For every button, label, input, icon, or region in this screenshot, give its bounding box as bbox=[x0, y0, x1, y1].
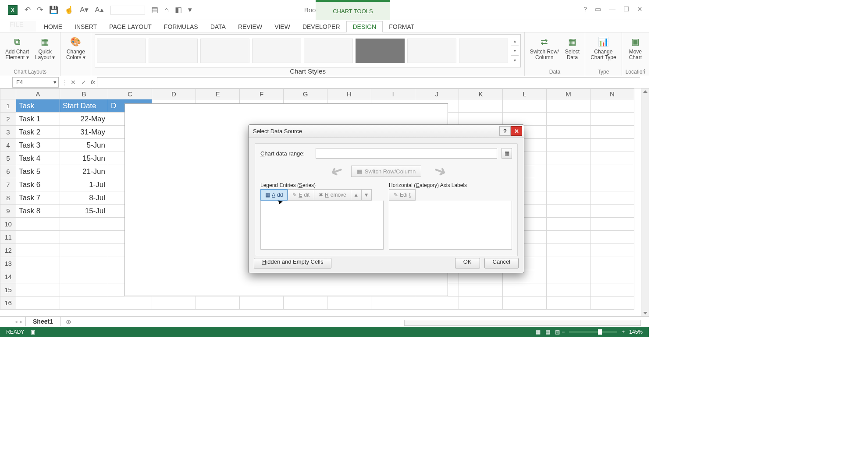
cell-M3[interactable] bbox=[547, 126, 591, 139]
change-chart-type-button[interactable]: 📊 Change Chart Type bbox=[589, 34, 618, 61]
row-header-15[interactable]: 15 bbox=[0, 283, 16, 297]
horizontal-scrollbar[interactable] bbox=[404, 320, 641, 326]
cell-A4[interactable]: Task 3 bbox=[16, 139, 60, 152]
select-data-button[interactable]: ▦ Select Data bbox=[563, 34, 581, 61]
cell-B7[interactable]: 1-Jul bbox=[60, 178, 108, 191]
chart-style-thumb[interactable] bbox=[459, 39, 508, 63]
cell-M6[interactable] bbox=[547, 165, 591, 178]
fx-icon[interactable]: fx bbox=[91, 79, 95, 85]
qat-customize-dropdown[interactable]: ▾ bbox=[188, 5, 192, 14]
cell-E16[interactable] bbox=[196, 297, 240, 310]
row-header-10[interactable]: 10 bbox=[0, 218, 16, 231]
add-chart-element-button[interactable]: ⧉ Add Chart Element ▾ bbox=[4, 34, 31, 61]
cell-N9[interactable] bbox=[591, 205, 634, 218]
cell-N10[interactable] bbox=[591, 218, 634, 231]
axis-labels-listbox[interactable] bbox=[389, 201, 512, 250]
tab-developer[interactable]: DEVELOPER bbox=[296, 21, 346, 32]
column-header-C[interactable]: C bbox=[108, 89, 152, 99]
column-header-I[interactable]: I bbox=[371, 89, 415, 99]
remove-series-button[interactable]: ✖Remove bbox=[314, 189, 351, 201]
zoom-slider[interactable] bbox=[569, 331, 617, 333]
page-layout-view-button[interactable]: ▤ bbox=[545, 329, 550, 335]
cell-M7[interactable] bbox=[547, 178, 591, 191]
cell-N5[interactable] bbox=[591, 152, 634, 165]
chart-style-thumb[interactable] bbox=[97, 39, 146, 63]
cell-M4[interactable] bbox=[547, 139, 591, 152]
switch-row-column-button[interactable]: ⇄ Switch Row/ Column bbox=[528, 34, 561, 61]
cell-N2[interactable] bbox=[591, 113, 634, 126]
chart-style-thumb[interactable] bbox=[304, 39, 353, 63]
cell-K2[interactable] bbox=[459, 113, 503, 126]
touch-mode-button[interactable]: ☝ bbox=[64, 5, 74, 14]
cell-H16[interactable] bbox=[327, 297, 371, 310]
name-box-dropdown-icon[interactable]: ▾ bbox=[53, 79, 57, 85]
tab-format[interactable]: FORMAT bbox=[383, 21, 420, 32]
ribbon-display-options[interactable]: ▭ bbox=[595, 5, 601, 13]
cell-A15[interactable] bbox=[16, 283, 60, 297]
cell-A9[interactable]: Task 8 bbox=[16, 205, 60, 218]
cell-A3[interactable]: Task 2 bbox=[16, 126, 60, 139]
cell-B11[interactable] bbox=[60, 231, 108, 244]
cell-F16[interactable] bbox=[240, 297, 284, 310]
hidden-empty-cells-button[interactable]: Hidden and Empty Cells bbox=[254, 258, 331, 268]
cell-M13[interactable] bbox=[547, 257, 591, 270]
cell-M14[interactable] bbox=[547, 270, 591, 283]
sheet-tab-sheet1[interactable]: Sheet1 bbox=[25, 317, 60, 326]
font-inc-button[interactable]: A▴ bbox=[95, 5, 103, 14]
zoom-in-button[interactable]: + bbox=[622, 329, 625, 335]
add-sheet-button[interactable]: ⊕ bbox=[66, 318, 71, 326]
chart-style-thumb[interactable] bbox=[200, 39, 249, 63]
cell-L2[interactable] bbox=[503, 113, 547, 126]
cell-B5[interactable]: 15-Jun bbox=[60, 152, 108, 165]
dialog-titlebar[interactable]: Select Data Source ? ✕ bbox=[249, 125, 524, 138]
cell-M12[interactable] bbox=[547, 244, 591, 257]
zoom-out-button[interactable]: − bbox=[562, 329, 565, 335]
move-chart-button[interactable]: ▣ Move Chart bbox=[627, 34, 644, 61]
chart-data-range-input[interactable] bbox=[316, 148, 497, 159]
chart-styles-gallery[interactable]: ▴▾▾ bbox=[95, 34, 520, 67]
select-all-corner[interactable] bbox=[0, 89, 16, 99]
cell-B1[interactable]: Start Date bbox=[60, 99, 108, 113]
cell-L15[interactable] bbox=[503, 283, 547, 297]
cell-M5[interactable] bbox=[547, 152, 591, 165]
row-header-13[interactable]: 13 bbox=[0, 257, 16, 270]
enter-formula-button[interactable]: ✓ bbox=[78, 79, 89, 86]
cell-N3[interactable] bbox=[591, 126, 634, 139]
cell-A14[interactable] bbox=[16, 270, 60, 283]
cell-G16[interactable] bbox=[284, 297, 327, 310]
column-header-G[interactable]: G bbox=[284, 89, 327, 99]
gallery-spinner[interactable]: ▴▾▾ bbox=[511, 36, 519, 65]
cell-C16[interactable] bbox=[108, 297, 152, 310]
column-header-F[interactable]: F bbox=[240, 89, 284, 99]
row-header-16[interactable]: 16 bbox=[0, 297, 16, 310]
cancel-formula-button[interactable]: ✕ bbox=[68, 79, 78, 86]
cell-B4[interactable]: 5-Jun bbox=[60, 139, 108, 152]
chart-style-thumb[interactable] bbox=[407, 39, 456, 63]
row-header-11[interactable]: 11 bbox=[0, 231, 16, 244]
cell-A6[interactable]: Task 5 bbox=[16, 165, 60, 178]
tab-home[interactable]: HOME bbox=[38, 21, 68, 32]
range-picker-button[interactable]: ▦ bbox=[502, 148, 512, 159]
cell-B8[interactable]: 8-Jul bbox=[60, 191, 108, 205]
qat-more-2[interactable]: ⌂ bbox=[164, 6, 169, 14]
tab-file[interactable]: FILE bbox=[10, 21, 36, 32]
tab-insert[interactable]: INSERT bbox=[68, 21, 103, 32]
sheet-nav-prev[interactable]: ◂ bbox=[15, 319, 18, 325]
cell-M10[interactable] bbox=[547, 218, 591, 231]
edit-axis-labels-button[interactable]: ✎Edit bbox=[389, 189, 416, 201]
cell-B12[interactable] bbox=[60, 244, 108, 257]
collapse-ribbon-button[interactable]: ˄ bbox=[643, 68, 646, 75]
tab-data[interactable]: DATA bbox=[204, 21, 232, 32]
qat-more-3[interactable]: ◧ bbox=[175, 5, 182, 14]
zoom-level[interactable]: 145% bbox=[629, 329, 643, 335]
cell-J16[interactable] bbox=[415, 297, 459, 310]
cell-A5[interactable]: Task 4 bbox=[16, 152, 60, 165]
row-header-14[interactable]: 14 bbox=[0, 270, 16, 283]
cell-K16[interactable] bbox=[459, 297, 503, 310]
cell-B3[interactable]: 31-May bbox=[60, 126, 108, 139]
font-dec-button[interactable]: A▾ bbox=[80, 5, 89, 14]
move-series-up-button[interactable]: ▲ bbox=[351, 189, 361, 201]
column-header-H[interactable]: H bbox=[327, 89, 371, 99]
cell-A12[interactable] bbox=[16, 244, 60, 257]
minimize-button[interactable]: — bbox=[609, 5, 615, 13]
